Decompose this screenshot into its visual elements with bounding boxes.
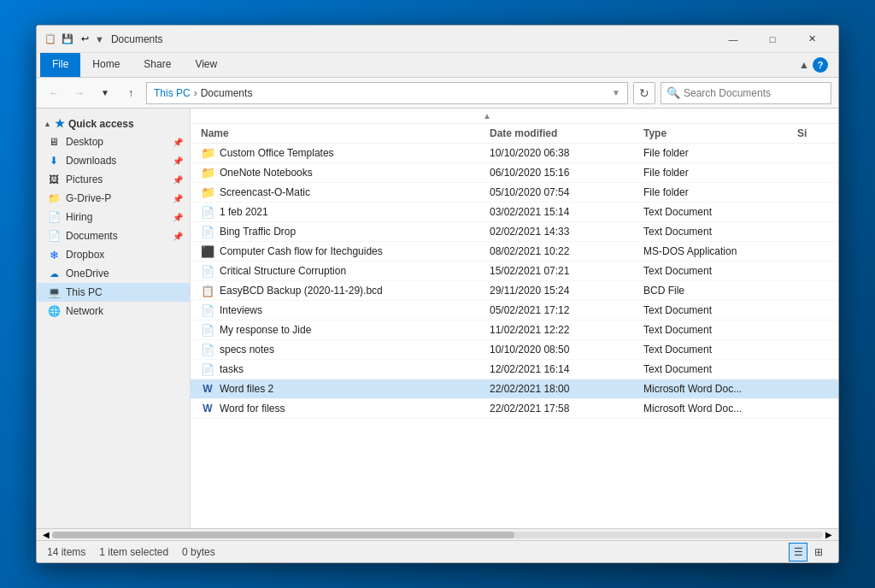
sidebar-item-label: Desktop xyxy=(66,136,103,148)
tab-home[interactable]: Home xyxy=(80,53,132,77)
file-date: 22/02/2021 17:58 xyxy=(490,403,643,415)
sidebar-item-label: Downloads xyxy=(66,155,116,167)
save-icon: 💾 xyxy=(61,32,74,46)
file-row[interactable]: 📄My response to Jide 11/02/2021 12:22 Te… xyxy=(191,320,838,340)
sidebar-item-documents[interactable]: 📄 Documents 📌 xyxy=(37,226,190,245)
main-content: ▲ ★ Quick access 🖥 Desktop 📌 ⬇ Downloads… xyxy=(37,109,838,528)
refresh-button[interactable]: ↻ xyxy=(633,82,655,104)
item-count: 14 items xyxy=(47,546,85,558)
file-row[interactable]: 📄Inteviews 05/02/2021 17:12 Text Documen… xyxy=(191,301,838,320)
file-row[interactable]: 📄Critical Structure Corruption 15/02/202… xyxy=(191,262,838,281)
header-name[interactable]: Name xyxy=(191,127,490,139)
file-date: 10/10/2020 06:38 xyxy=(490,147,643,159)
dropdown-arrow[interactable]: ▼ xyxy=(95,34,104,44)
collapse-ribbon-icon[interactable]: ▲ xyxy=(799,59,809,71)
breadcrumb-expand[interactable]: ▼ xyxy=(612,88,620,97)
ribbon-right: ▲ ? xyxy=(799,57,835,73)
breadcrumb-bar[interactable]: This PC › Documents ▼ xyxy=(146,82,628,104)
sidebar-item-gdrive[interactable]: 📁 G-Drive-P 📌 xyxy=(37,189,190,208)
file-row[interactable]: 📁OneNote Notebooks 06/10/2020 15:16 File… xyxy=(191,163,838,183)
file-date: 15/02/2021 07:21 xyxy=(490,265,643,277)
scroll-left-button[interactable]: ◀ xyxy=(40,529,52,541)
search-input[interactable] xyxy=(684,87,825,99)
sidebar-item-label: Hiring xyxy=(66,211,92,223)
sidebar: ▲ ★ Quick access 🖥 Desktop 📌 ⬇ Downloads… xyxy=(37,109,191,528)
sidebar-item-onedrive[interactable]: ☁ OneDrive xyxy=(37,264,190,283)
file-type: Text Document xyxy=(643,226,797,238)
file-row[interactable]: ⬛Computer Cash flow for Itechguides 08/0… xyxy=(191,242,838,262)
ribbon: File Home Share View ▲ ? xyxy=(37,53,838,78)
file-row-selected[interactable]: WWord files 2 22/02/2021 18:00 Microsoft… xyxy=(191,379,838,399)
file-date: 10/10/2020 08:50 xyxy=(490,344,643,356)
sidebar-item-label: Dropbox xyxy=(66,249,104,261)
bcd-icon: 📋 xyxy=(201,284,214,297)
help-icon[interactable]: ? xyxy=(813,57,828,73)
file-date: 08/02/2021 10:22 xyxy=(490,245,643,257)
header-date[interactable]: Date modified xyxy=(490,127,643,139)
file-row[interactable]: 📄specs notes 10/10/2020 08:50 Text Docum… xyxy=(191,340,838,360)
file-type: File folder xyxy=(643,147,797,159)
scroll-right-button[interactable]: ▶ xyxy=(823,529,835,541)
undo-icon: ↩ xyxy=(78,32,91,46)
maximize-button[interactable]: □ xyxy=(753,26,792,53)
file-type: Text Document xyxy=(643,206,797,218)
pin-icon: 📌 xyxy=(173,194,183,203)
hiring-icon: 📄 xyxy=(47,210,61,224)
this-pc-icon: 💻 xyxy=(47,285,61,299)
sidebar-item-desktop[interactable]: 🖥 Desktop 📌 xyxy=(37,132,190,151)
file-name: 1 feb 2021 xyxy=(220,206,268,218)
file-list-container: ▲ Name Date modified Type Si 📁Custom Off… xyxy=(191,109,838,528)
file-date: 03/02/2021 15:14 xyxy=(490,206,643,218)
sidebar-item-dropbox[interactable]: ❄ Dropbox xyxy=(37,245,190,264)
txt-icon: 📄 xyxy=(201,303,214,317)
file-row[interactable]: 📄Bing Traffic Drop 02/02/2021 14:33 Text… xyxy=(191,222,838,242)
ribbon-tabs: File Home Share View ▲ ? xyxy=(37,53,838,77)
forward-button[interactable]: → xyxy=(69,83,90,103)
file-row[interactable]: 📄1 feb 2021 03/02/2021 15:14 Text Docume… xyxy=(191,203,838,222)
sidebar-item-label: G-Drive-P xyxy=(66,192,111,204)
minimize-button[interactable]: — xyxy=(714,26,753,53)
txt-icon: 📄 xyxy=(201,264,214,278)
up-button[interactable]: ↑ xyxy=(120,83,141,103)
file-date: 02/02/2021 14:33 xyxy=(490,226,643,238)
large-icons-view-button[interactable]: ⊞ xyxy=(809,543,828,562)
sidebar-item-downloads[interactable]: ⬇ Downloads 📌 xyxy=(37,151,190,170)
sidebar-item-this-pc[interactable]: 💻 This PC xyxy=(37,283,190,302)
header-type[interactable]: Type xyxy=(643,127,797,139)
pin-icon: 📌 xyxy=(173,175,183,185)
file-row[interactable]: 📁Screencast-O-Matic 05/10/2020 07:54 Fil… xyxy=(191,183,838,203)
sidebar-item-network[interactable]: 🌐 Network xyxy=(37,302,190,320)
tab-view[interactable]: View xyxy=(183,53,229,77)
file-list-header: Name Date modified Type Si xyxy=(191,124,838,144)
window-title: Documents xyxy=(111,33,163,45)
back-button[interactable]: ← xyxy=(44,83,64,103)
breadcrumb-documents[interactable]: Documents xyxy=(201,87,253,99)
breadcrumb-this-pc[interactable]: This PC xyxy=(154,87,191,99)
tab-file[interactable]: File xyxy=(40,53,80,77)
scroll-thumb[interactable] xyxy=(52,532,514,538)
file-row[interactable]: 📁Custom Office Templates 10/10/2020 06:3… xyxy=(191,144,838,163)
title-bar: 📋 💾 ↩ ▼ Documents — □ ✕ xyxy=(37,26,838,53)
recent-button[interactable]: ▼ xyxy=(95,83,115,103)
folder-icon: 📁 xyxy=(201,185,214,199)
close-button[interactable]: ✕ xyxy=(792,26,831,53)
sidebar-item-label: Network xyxy=(66,305,103,317)
tab-share[interactable]: Share xyxy=(132,53,183,77)
file-name: tasks xyxy=(220,363,244,375)
file-type: Text Document xyxy=(643,324,797,336)
scroll-track xyxy=(52,532,823,538)
sidebar-item-pictures[interactable]: 🖼 Pictures 📌 xyxy=(37,170,190,189)
horizontal-scrollbar[interactable]: ◀ ▶ xyxy=(37,528,838,540)
file-type: File folder xyxy=(643,167,797,179)
file-row[interactable]: 📄tasks 12/02/2021 16:14 Text Document xyxy=(191,360,838,379)
file-row[interactable]: 📋EasyBCD Backup (2020-11-29).bcd 29/11/2… xyxy=(191,281,838,301)
pin-icon: 📌 xyxy=(173,156,183,166)
details-view-button[interactable]: ☰ xyxy=(789,543,807,562)
search-bar[interactable]: 🔍 xyxy=(661,82,831,104)
file-name: Screencast-O-Matic xyxy=(220,186,310,198)
header-size[interactable]: Si xyxy=(797,127,838,139)
sidebar-item-hiring[interactable]: 📄 Hiring 📌 xyxy=(37,208,190,226)
file-row[interactable]: WWord for filess 22/02/2021 17:58 Micros… xyxy=(191,399,838,419)
word-icon: W xyxy=(201,382,214,396)
file-date: 06/10/2020 15:16 xyxy=(490,167,643,179)
